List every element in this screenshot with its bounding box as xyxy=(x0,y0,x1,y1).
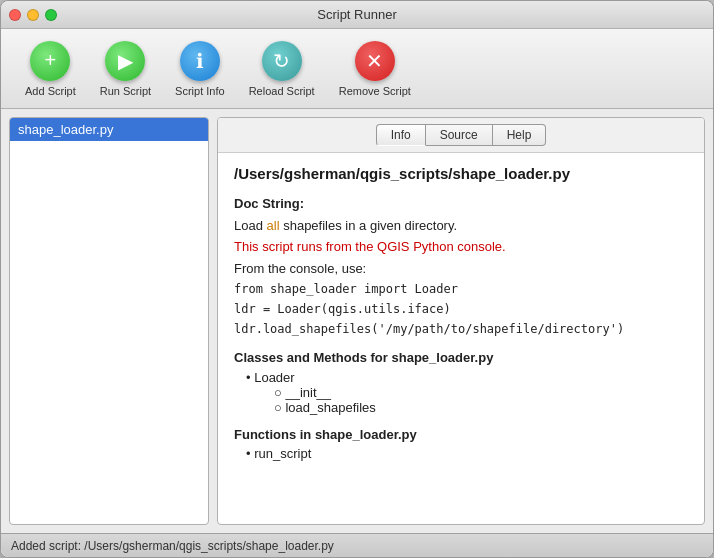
reload-script-button[interactable]: ↻ Reload Script xyxy=(241,37,323,101)
tab-source[interactable]: Source xyxy=(426,124,493,146)
highlight-all: all xyxy=(267,218,280,233)
main-content: shape_loader.py Info Source Help /Users/… xyxy=(1,109,713,533)
remove-script-icon: ✕ xyxy=(355,41,395,81)
minimize-button[interactable] xyxy=(27,9,39,21)
file-path: /Users/gsherman/qgis_scripts/shape_loade… xyxy=(234,165,688,182)
doc-line-3: from shape_loader import Loader xyxy=(234,280,688,298)
run-script-icon: ▶ xyxy=(105,41,145,81)
run-script-button[interactable]: ▶ Run Script xyxy=(92,37,159,101)
script-info-label: Script Info xyxy=(175,85,225,97)
function-run-script: run_script xyxy=(246,446,688,461)
window-title: Script Runner xyxy=(317,7,396,22)
add-script-button[interactable]: + Add Script xyxy=(17,37,84,101)
run-script-label: Run Script xyxy=(100,85,151,97)
doc-string-title: Doc String: xyxy=(234,194,688,214)
traffic-lights xyxy=(9,9,57,21)
remove-script-button[interactable]: ✕ Remove Script xyxy=(331,37,419,101)
add-script-label: Add Script xyxy=(25,85,76,97)
class-loader: Loader __init__ load_shapefiles xyxy=(246,370,688,415)
reload-script-icon: ↻ xyxy=(262,41,302,81)
close-button[interactable] xyxy=(9,9,21,21)
classes-title: Classes and Methods for shape_loader.py xyxy=(234,348,688,368)
script-list[interactable]: shape_loader.py xyxy=(9,117,209,525)
script-info-icon: ℹ xyxy=(180,41,220,81)
info-panel: Info Source Help /Users/gsherman/qgis_sc… xyxy=(217,117,705,525)
doc-line-5: ldr.load_shapefiles('/my/path/to/shapefi… xyxy=(234,320,688,338)
main-window: Script Runner + Add Script ▶ Run Script … xyxy=(0,0,714,558)
reload-script-label: Reload Script xyxy=(249,85,315,97)
method-load-shapefiles: load_shapefiles xyxy=(274,400,688,415)
doc-line-1: This script runs from the QGIS Python co… xyxy=(234,237,688,257)
method-init: __init__ xyxy=(274,385,688,400)
status-text: Added script: /Users/gsherman/qgis_scrip… xyxy=(11,539,334,553)
functions-content: run_script xyxy=(234,446,688,461)
script-info-button[interactable]: ℹ Script Info xyxy=(167,37,233,101)
doc-line-0: Load all shapefiles in a given directory… xyxy=(234,216,688,236)
functions-list: run_script xyxy=(246,446,688,461)
classes-list: Loader __init__ load_shapefiles xyxy=(246,370,688,415)
status-bar: Added script: /Users/gsherman/qgis_scrip… xyxy=(1,533,713,557)
doc-string-content: Load all shapefiles in a given directory… xyxy=(234,216,688,339)
doc-line-4: ldr = Loader(qgis.utils.iface) xyxy=(234,300,688,318)
doc-line-2: From the console, use: xyxy=(234,259,688,279)
toolbar: + Add Script ▶ Run Script ℹ Script Info … xyxy=(1,29,713,109)
list-item[interactable]: shape_loader.py xyxy=(10,118,208,141)
tab-bar: Info Source Help xyxy=(218,118,704,153)
title-bar: Script Runner xyxy=(1,1,713,29)
highlight-this: This script runs from the QGIS Python co… xyxy=(234,239,506,254)
methods-list: __init__ load_shapefiles xyxy=(274,385,688,415)
classes-content: Loader __init__ load_shapefiles xyxy=(234,370,688,415)
info-body: /Users/gsherman/qgis_scripts/shape_loade… xyxy=(218,153,704,524)
tab-info[interactable]: Info xyxy=(376,124,426,146)
maximize-button[interactable] xyxy=(45,9,57,21)
remove-script-label: Remove Script xyxy=(339,85,411,97)
tab-help[interactable]: Help xyxy=(493,124,547,146)
functions-title: Functions in shape_loader.py xyxy=(234,425,688,445)
add-script-icon: + xyxy=(30,41,70,81)
